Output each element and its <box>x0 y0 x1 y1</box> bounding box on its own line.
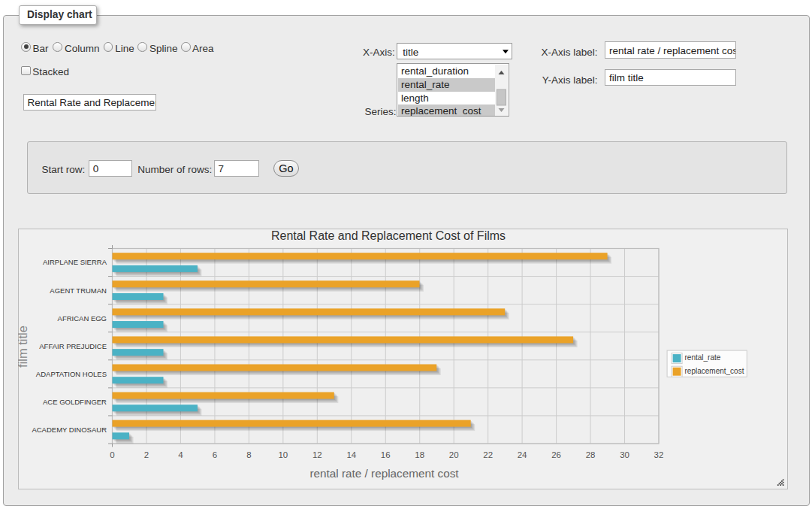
svg-text:8: 8 <box>246 450 251 459</box>
svg-text:2: 2 <box>143 450 148 459</box>
svg-text:14: 14 <box>346 450 356 459</box>
svg-text:16: 16 <box>381 450 391 459</box>
svg-text:AFRICAN EGG: AFRICAN EGG <box>57 314 106 323</box>
svg-text:10: 10 <box>278 450 288 459</box>
svg-text:22: 22 <box>483 450 493 459</box>
svg-text:ADAPTATION HOLES: ADAPTATION HOLES <box>36 370 107 378</box>
svg-text:film title: film title <box>18 326 29 368</box>
svg-text:AFFAIR PREJUDICE: AFFAIR PREJUDICE <box>39 342 107 350</box>
svg-text:12: 12 <box>312 450 322 459</box>
svg-text:24: 24 <box>517 450 527 459</box>
svg-text:20: 20 <box>448 450 458 459</box>
svg-text:4: 4 <box>178 450 183 459</box>
svg-text:ACE GOLDFINGER: ACE GOLDFINGER <box>43 398 107 406</box>
svg-text:AIRPLANE SIERRA: AIRPLANE SIERRA <box>43 259 107 267</box>
svg-text:rental_rate: rental_rate <box>684 353 720 362</box>
svg-text:18: 18 <box>415 450 424 459</box>
svg-text:Rental Rate and Replacement Co: Rental Rate and Replacement Cost of Film… <box>271 229 506 242</box>
svg-text:32: 32 <box>654 450 663 459</box>
svg-text:AGENT TRUMAN: AGENT TRUMAN <box>50 286 107 295</box>
svg-text:30: 30 <box>620 450 629 459</box>
svg-text:replacement_cost: replacement_cost <box>684 367 744 375</box>
svg-text:28: 28 <box>585 450 595 459</box>
svg-text:6: 6 <box>212 450 216 459</box>
svg-text:rental rate / replacement cost: rental rate / replacement cost <box>309 467 459 480</box>
svg-text:26: 26 <box>551 450 561 459</box>
svg-text:ACADEMY DINOSAUR: ACADEMY DINOSAUR <box>32 426 107 434</box>
svg-text:0: 0 <box>110 450 114 459</box>
